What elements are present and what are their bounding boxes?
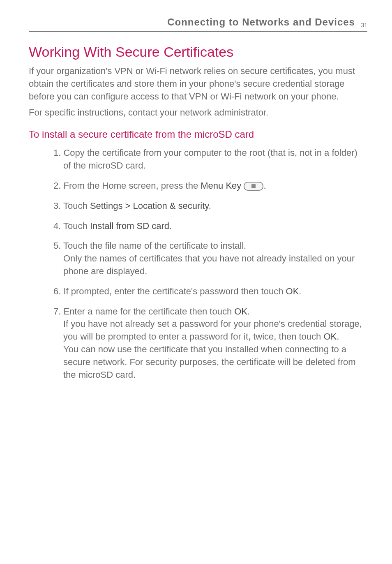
step-4-bold: Install from SD card	[90, 221, 169, 231]
sub-heading: To install a secure certificate from the…	[29, 129, 367, 140]
step-7-bold2: OK	[323, 331, 337, 342]
step-2-bold: Menu Key	[201, 180, 244, 191]
step-7-mid1: .	[247, 306, 250, 317]
step-3-bold: Settings > Location & security	[90, 201, 209, 211]
step-3-prefix: 3. Touch	[53, 201, 90, 211]
menu-key-icon	[244, 182, 263, 191]
step-6-prefix: 6. If prompted, enter the certificate's …	[53, 286, 286, 296]
step-4: 4. Touch Install from SD card.	[53, 220, 367, 233]
step-7-mid2: .	[337, 331, 339, 342]
page-number: 31	[361, 22, 367, 28]
step-3: 3. Touch Settings > Location & security.	[53, 200, 367, 213]
step-7-prefix: 7. Enter a name for the certificate then…	[53, 306, 234, 317]
step-4-suffix: .	[169, 221, 172, 231]
step-6-suffix: .	[299, 286, 301, 296]
step-7-line3: You can now use the certificate that you…	[63, 343, 367, 381]
step-2: 2. From the Home screen, press the Menu …	[53, 180, 367, 192]
step-6: 6. If prompted, enter the certificate's …	[53, 285, 367, 298]
step-7-line2: If you have not already set a password f…	[63, 318, 367, 343]
intro-paragraph-1: If your organization's VPN or Wi-Fi netw…	[29, 65, 367, 103]
step-7-bold1: OK	[234, 306, 247, 317]
main-heading: Working With Secure Certificates	[29, 44, 367, 60]
step-2-prefix: 2. From the Home screen, press the	[53, 180, 201, 191]
step-7-line2a: If you have not already set a password f…	[63, 319, 362, 342]
step-3-suffix: .	[209, 201, 211, 211]
step-7: 7. Enter a name for the certificate then…	[53, 305, 367, 381]
step-list: 1. Copy the certificate from your comput…	[29, 147, 367, 381]
step-5-line1: 5. Touch the file name of the certificat…	[53, 240, 246, 251]
page-header: Connecting to Networks and Devices 31	[29, 16, 367, 32]
step-5-line2: Only the names of certificates that you …	[63, 252, 367, 278]
step-1: 1. Copy the certificate from your comput…	[53, 147, 367, 172]
step-6-bold: OK	[286, 286, 299, 296]
section-title: Connecting to Networks and Devices	[167, 16, 355, 28]
intro-paragraph-2: For specific instructions, contact your …	[29, 106, 367, 119]
step-4-prefix: 4. Touch	[53, 221, 90, 231]
step-2-suffix: .	[263, 180, 266, 191]
step-5: 5. Touch the file name of the certificat…	[53, 240, 367, 277]
